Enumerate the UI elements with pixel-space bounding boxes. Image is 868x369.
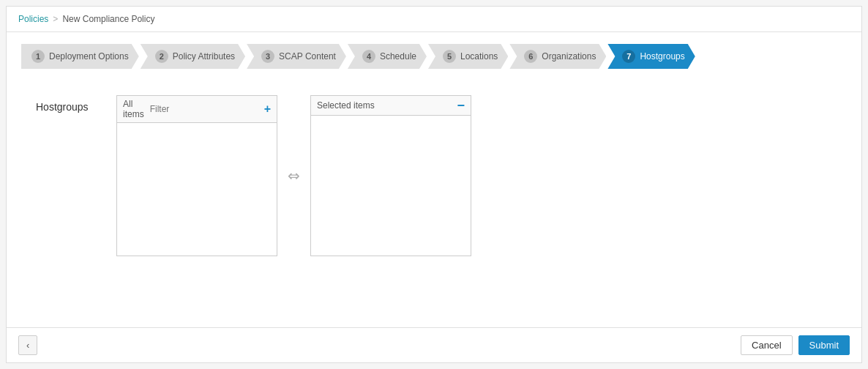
step-num-4: 4 <box>362 50 375 63</box>
step-organizations[interactable]: 6 Organizations <box>509 44 606 69</box>
step-label-2: Policy Attributes <box>173 51 235 61</box>
step-locations[interactable]: 5 Locations <box>428 44 508 69</box>
page-wrapper: Policies > New Compliance Policy 1 Deplo… <box>6 6 862 363</box>
step-label-4: Schedule <box>380 51 416 61</box>
footer-right: Cancel Submit <box>741 335 850 355</box>
all-items-body <box>117 123 277 256</box>
step-num-2: 2 <box>155 50 168 63</box>
cancel-button[interactable]: Cancel <box>741 335 792 355</box>
footer-left: ‹ <box>18 335 37 355</box>
dual-list: All items + ⇔ Selected items − <box>116 95 471 256</box>
step-label-5: Locations <box>460 51 498 61</box>
step-hostgroups[interactable]: 7 Hostgroups <box>607 44 695 69</box>
breadcrumb: Policies > New Compliance Policy <box>7 7 861 32</box>
selected-items-label: Selected items <box>317 100 375 111</box>
selected-items-header: Selected items − <box>311 96 471 116</box>
footer: ‹ Cancel Submit <box>7 327 861 362</box>
all-items-label: All items <box>123 99 146 119</box>
submit-button[interactable]: Submit <box>798 335 850 355</box>
step-label-1: Deployment Options <box>49 51 129 61</box>
filter-input[interactable] <box>150 104 260 114</box>
step-num-1: 1 <box>31 50 45 63</box>
all-items-header: All items + <box>117 96 277 123</box>
add-button[interactable]: + <box>264 103 271 115</box>
step-num-6: 6 <box>524 50 537 63</box>
wizard-steps: 1 Deployment Options 2 Policy Attributes… <box>7 32 861 81</box>
main-content: Hostgroups All items + ⇔ Selected i <box>7 81 861 271</box>
transfer-button[interactable]: ⇔ <box>285 164 303 187</box>
step-scap-content[interactable]: 3 SCAP Content <box>247 44 346 69</box>
step-schedule[interactable]: 4 Schedule <box>348 44 427 69</box>
step-label-7: Hostgroups <box>640 51 684 61</box>
remove-button[interactable]: − <box>457 99 465 112</box>
step-num-7: 7 <box>622 50 635 63</box>
step-label-3: SCAP Content <box>279 51 336 61</box>
hostgroups-label: Hostgroups <box>36 95 102 113</box>
selected-items-box: Selected items − <box>310 95 471 256</box>
step-policy-attributes[interactable]: 2 Policy Attributes <box>141 44 245 69</box>
selected-items-body <box>311 116 471 256</box>
breadcrumb-separator: > <box>53 14 58 24</box>
back-button[interactable]: ‹ <box>18 335 37 355</box>
step-label-6: Organizations <box>542 51 596 61</box>
step-num-3: 3 <box>261 50 274 63</box>
hostgroups-section: Hostgroups All items + ⇔ Selected i <box>36 95 832 256</box>
step-num-5: 5 <box>443 50 456 63</box>
breadcrumb-policies-link[interactable]: Policies <box>18 14 48 24</box>
step-deployment-options[interactable]: 1 Deployment Options <box>21 44 139 69</box>
all-items-box: All items + <box>116 95 277 256</box>
breadcrumb-current: New Compliance Policy <box>62 14 154 24</box>
